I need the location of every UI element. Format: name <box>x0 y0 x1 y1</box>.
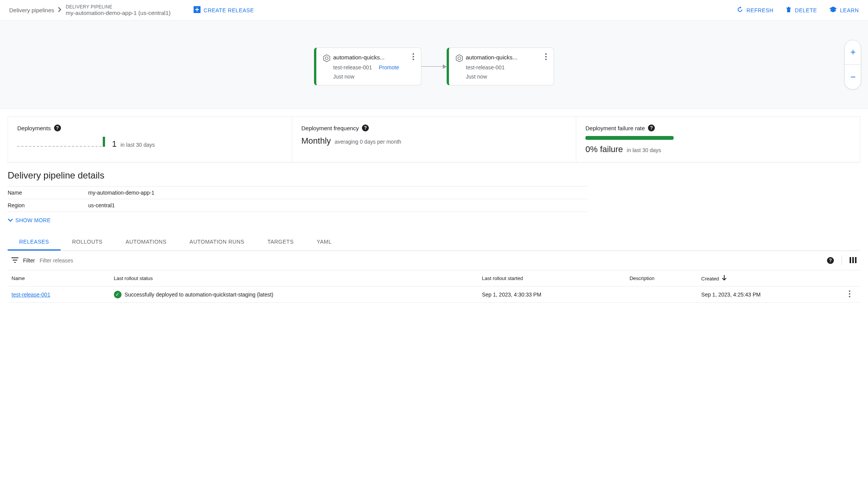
metric-title: Deployment frequency <box>301 125 359 131</box>
pipeline-graph: automation-quicks... test-release-001 Pr… <box>0 21 868 109</box>
delete-label: DELETE <box>795 7 817 13</box>
details-row: Name my-automation-demo-app-1 <box>8 187 587 199</box>
metric-deployments: Deployments ? 1 in last 30 days <box>8 117 292 162</box>
check-circle-icon: ✓ <box>114 291 122 298</box>
stage-card-1[interactable]: automation-quicks... test-release-001 Ju… <box>447 48 554 85</box>
zoom-controls: + − <box>844 40 861 90</box>
stage-time: Just now <box>333 74 415 80</box>
col-created[interactable]: Created <box>697 270 845 287</box>
promote-link[interactable]: Promote <box>379 64 399 70</box>
details-table: Name my-automation-demo-app-1 Region us-… <box>8 186 587 212</box>
metric-frequency: Deployment frequency ? Monthly averaging… <box>292 117 576 162</box>
help-icon[interactable]: ? <box>648 124 655 131</box>
kubernetes-icon <box>322 57 331 64</box>
deployments-sparkline <box>17 136 105 147</box>
breadcrumb-current: DELIVERY PIPELINE my-automation-demo-app… <box>66 4 171 16</box>
stage-card-0[interactable]: automation-quicks... test-release-001 Pr… <box>314 48 421 85</box>
delete-button[interactable]: DELETE <box>786 6 817 14</box>
svg-point-15 <box>849 293 850 295</box>
col-status[interactable]: Last rollout status <box>110 270 478 287</box>
details-value: us-central1 <box>88 199 587 212</box>
svg-point-14 <box>849 290 850 292</box>
created-cell: Sep 1, 2023, 4:25:43 PM <box>697 287 845 303</box>
zoom-out-button[interactable]: − <box>845 65 861 89</box>
tab-automations[interactable]: AUTOMATIONS <box>114 234 178 251</box>
help-icon[interactable]: ? <box>362 124 369 131</box>
details-heading: Delivery pipeline details <box>8 170 860 181</box>
zoom-in-button[interactable]: + <box>845 40 861 65</box>
learn-button[interactable]: LEARN <box>829 7 859 14</box>
refresh-label: REFRESH <box>746 7 773 13</box>
metric-title: Deployments <box>17 125 51 131</box>
help-icon[interactable]: ? <box>827 257 834 264</box>
metrics-panel: Deployments ? 1 in last 30 days Deployme… <box>8 116 860 162</box>
tab-yaml[interactable]: YAML <box>305 234 343 251</box>
tab-targets[interactable]: TARGETS <box>256 234 305 251</box>
refresh-button[interactable]: REFRESH <box>736 6 773 14</box>
tab-rollouts[interactable]: ROLLOUTS <box>61 234 114 251</box>
status-cell: ✓ Successfully deployed to automation-qu… <box>114 291 474 298</box>
learn-icon <box>829 7 837 14</box>
details-row: Region us-central1 <box>8 199 587 212</box>
chevron-down-icon <box>8 217 13 223</box>
details-label: Name <box>8 187 88 199</box>
svg-point-8 <box>545 53 547 55</box>
metric-value: 1 <box>112 139 117 149</box>
breadcrumb: Delivery pipelines DELIVERY PIPELINE my-… <box>9 4 171 16</box>
show-more-button[interactable]: SHOW MORE <box>8 217 860 223</box>
metric-sub: in last 30 days <box>627 147 661 153</box>
trash-icon <box>786 6 792 14</box>
releases-table: Name Last rollout status Last rollout st… <box>8 270 860 303</box>
col-name[interactable]: Name <box>8 270 110 287</box>
details-label: Region <box>8 199 88 212</box>
create-release-button[interactable]: CREATE RELEASE <box>194 6 254 14</box>
filter-icon <box>12 257 18 264</box>
metric-sub: averaging 0 days per month <box>335 139 401 145</box>
table-header-row: Name Last rollout status Last rollout st… <box>8 270 860 287</box>
details-section: Delivery pipeline details Name my-automa… <box>0 170 868 303</box>
minus-icon: − <box>850 72 856 82</box>
stage-release-row: test-release-001 Promote <box>333 64 415 70</box>
tab-releases[interactable]: RELEASES <box>8 234 61 251</box>
release-link[interactable]: test-release-001 <box>12 292 50 298</box>
started-cell: Sep 1, 2023, 4:30:33 PM <box>478 287 626 303</box>
svg-point-10 <box>545 59 547 60</box>
svg-rect-11 <box>850 257 851 263</box>
svg-point-4 <box>413 56 414 57</box>
table-row[interactable]: test-release-001 ✓ Successfully deployed… <box>8 287 860 303</box>
svg-marker-6 <box>456 55 463 62</box>
col-created-label: Created <box>701 276 719 282</box>
show-more-label: SHOW MORE <box>15 217 51 223</box>
divider <box>842 256 842 265</box>
stage-time: Just now <box>466 74 547 80</box>
chevron-right-icon <box>58 7 62 13</box>
failure-rate-bar <box>585 136 674 140</box>
more-vert-icon[interactable] <box>849 292 850 298</box>
tab-automation-runs[interactable]: AUTOMATION RUNS <box>178 234 256 251</box>
more-vert-icon[interactable] <box>412 53 415 61</box>
description-cell <box>626 287 697 303</box>
sort-down-icon <box>722 276 727 282</box>
filter-input[interactable] <box>39 257 822 264</box>
pipeline-arrow <box>421 66 447 67</box>
svg-rect-13 <box>855 257 856 263</box>
svg-point-5 <box>413 59 414 60</box>
details-value: my-automation-demo-app-1 <box>88 187 587 199</box>
metric-title: Deployment failure rate <box>585 125 645 131</box>
more-vert-icon[interactable] <box>544 53 547 61</box>
stage-title: automation-quicks... <box>333 54 385 61</box>
col-started[interactable]: Last rollout started <box>478 270 626 287</box>
page-header: Delivery pipelines DELIVERY PIPELINE my-… <box>0 0 868 21</box>
kubernetes-icon <box>455 57 464 64</box>
create-release-label: CREATE RELEASE <box>204 7 254 13</box>
plus-icon: + <box>850 47 856 57</box>
help-icon[interactable]: ? <box>54 124 61 131</box>
svg-point-7 <box>458 57 460 59</box>
learn-label: LEARN <box>840 7 859 13</box>
metric-value: Monthly <box>301 136 331 146</box>
columns-icon[interactable] <box>850 257 856 264</box>
tabs: RELEASES ROLLOUTS AUTOMATIONS AUTOMATION… <box>8 234 860 251</box>
breadcrumb-root-link[interactable]: Delivery pipelines <box>9 7 54 13</box>
svg-point-9 <box>545 56 547 57</box>
col-description[interactable]: Description <box>626 270 697 287</box>
